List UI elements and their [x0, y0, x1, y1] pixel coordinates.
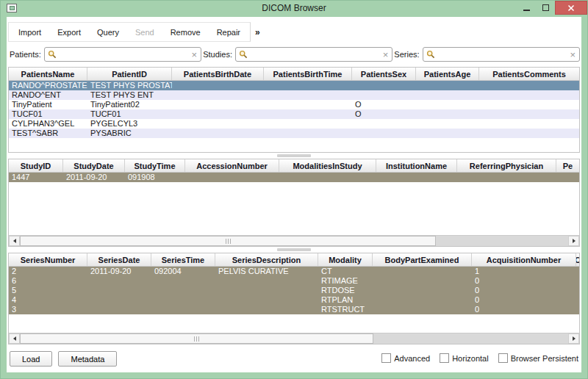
column-header[interactable]: SeriesDescription	[215, 253, 318, 266]
table-row[interactable]: 5 RTDOSE 0	[9, 286, 579, 295]
cell: CT	[318, 267, 373, 276]
patients-filter-label: Patients:	[10, 50, 41, 59]
search-icon	[426, 50, 435, 59]
column-header[interactable]: SeriesTime	[151, 253, 215, 266]
toolbar: Import Export Query Send Remove Repair »	[8, 22, 580, 42]
column-header[interactable]: PatientsSex	[352, 68, 416, 80]
column-header[interactable]: Pe	[556, 159, 579, 172]
cell: 3	[9, 305, 87, 314]
remove-button[interactable]: Remove	[162, 23, 209, 41]
toolbar-overflow-button[interactable]: »	[251, 22, 265, 42]
close-button[interactable]	[555, 1, 587, 15]
browser-persistent-checkbox[interactable]	[498, 353, 508, 363]
studies-search-box: ×	[235, 47, 392, 62]
cell: 0	[472, 286, 576, 295]
column-header[interactable]: StudyID	[9, 159, 63, 172]
scroll-left-button[interactable]	[9, 333, 20, 344]
horizontal-label: Horizontal	[452, 354, 489, 363]
patients-search-box: ×	[44, 47, 201, 62]
clear-icon[interactable]: ×	[192, 50, 198, 59]
load-button[interactable]: Load	[10, 351, 52, 367]
column-header[interactable]: SeriesDate	[87, 253, 151, 266]
browser-persistent-option: Browser Persistent	[498, 353, 578, 363]
scrollbar-track[interactable]	[373, 333, 568, 344]
import-button[interactable]: Import	[10, 23, 49, 41]
cell	[352, 90, 416, 100]
cell: 1447	[9, 173, 63, 182]
metadata-button[interactable]: Metadata	[58, 351, 117, 367]
table-empty-area	[9, 314, 579, 333]
patients-studies-splitter[interactable]	[8, 153, 580, 159]
column-header[interactable]: StudyDate	[63, 159, 125, 172]
column-header[interactable]: PatientsName	[9, 68, 87, 80]
table-row[interactable]: TinyPatient TinyPatient02 O	[9, 100, 579, 109]
cell: TinyPatient02	[87, 100, 172, 109]
cell	[215, 295, 318, 305]
scrollbar-thumb[interactable]	[20, 333, 373, 344]
window-title: DICOM Browser	[1, 3, 587, 13]
cell	[87, 305, 151, 314]
patients-search-input[interactable]	[59, 48, 188, 60]
horizontal-checkbox[interactable]	[440, 353, 449, 363]
column-header[interactable]: SeriesNumber	[9, 253, 87, 266]
scroll-right-button[interactable]	[568, 236, 579, 246]
table-row[interactable]: CYLPHAN3^GEL PYGELCYL3	[9, 119, 579, 129]
cell	[373, 276, 472, 286]
column-header[interactable]: PatientsBirthTime	[264, 68, 352, 80]
search-icon	[239, 50, 248, 59]
column-header[interactable]: StudyTime	[125, 159, 185, 172]
column-header[interactable]: PatientID	[87, 68, 172, 80]
studies-search-input[interactable]	[250, 48, 379, 60]
cell	[151, 295, 215, 305]
table-row[interactable]: 3 RTSTRUCT 0	[9, 305, 579, 314]
column-header[interactable]: ModalitiesInStudy	[279, 159, 376, 172]
table-row[interactable]: RANDO^ENT TEST PHYS ENT	[9, 90, 579, 100]
scroll-left-button[interactable]	[9, 236, 20, 246]
table-row[interactable]: TEST^SABR PYSABRIC	[9, 129, 579, 138]
table-row[interactable]: 2 2011-09-20 092004 PELVIS CURATIVE CT 1	[9, 267, 579, 276]
column-header[interactable]: InstitutionName	[376, 159, 457, 172]
table-row[interactable]: RANDO^PROSTATE TEST PHYS PROSTATE	[9, 81, 579, 90]
cell: 092004	[151, 267, 215, 276]
horizontal-option: Horizontal	[440, 353, 489, 363]
maximize-button[interactable]	[536, 1, 555, 15]
column-header[interactable]: AcquisitionNumber	[472, 253, 576, 266]
column-header[interactable]: PatientsComments	[479, 68, 579, 80]
table-row[interactable]: 4 RTPLAN 0	[9, 295, 579, 305]
column-header[interactable]: BodyPartExamined	[373, 253, 472, 266]
scroll-left-icon	[13, 336, 16, 341]
minimize-button[interactable]	[517, 1, 536, 15]
cell	[373, 305, 472, 314]
scroll-right-button[interactable]	[568, 333, 579, 344]
search-icon	[48, 50, 57, 59]
column-header[interactable]: PatientsBirthDate	[172, 68, 264, 80]
option-checkboxes: Advanced Horizontal Browser Persistent	[381, 353, 580, 363]
scrollbar-track[interactable]	[436, 236, 568, 246]
cell: RTIMAGE	[318, 276, 373, 286]
cell	[215, 276, 318, 286]
window-controls	[517, 1, 587, 15]
table-row[interactable]: 6 RTIMAGE 0	[9, 276, 579, 286]
repair-button[interactable]: Repair	[209, 23, 248, 41]
series-search-input[interactable]	[437, 48, 567, 60]
cell	[264, 109, 352, 119]
table-row[interactable]: 1447 2011-09-20 091908	[9, 173, 579, 182]
cell: TinyPatient	[9, 100, 87, 109]
studies-table: StudyID StudyDate StudyTime AccessionNum…	[8, 159, 580, 247]
export-button[interactable]: Export	[49, 23, 89, 41]
column-header[interactable]: PatientsAge	[416, 68, 479, 80]
advanced-checkbox[interactable]	[381, 353, 391, 363]
column-header[interactable]: C	[576, 253, 579, 266]
cell: 4	[9, 295, 87, 305]
studies-series-splitter[interactable]	[8, 247, 580, 253]
scrollbar-thumb[interactable]	[20, 236, 436, 246]
cell: TEST PHYS PROSTATE	[87, 81, 172, 90]
toolbar-group: Import Export Query Send Remove Repair	[8, 22, 251, 42]
clear-icon[interactable]: ×	[383, 50, 389, 59]
clear-icon[interactable]: ×	[570, 50, 576, 59]
table-row[interactable]: TUCF01 TUCF01 O	[9, 109, 579, 119]
column-header[interactable]: AccessionNumber	[185, 159, 279, 172]
query-button[interactable]: Query	[89, 23, 127, 41]
column-header[interactable]: Modality	[318, 253, 373, 266]
column-header[interactable]: ReferringPhysician	[457, 159, 556, 172]
